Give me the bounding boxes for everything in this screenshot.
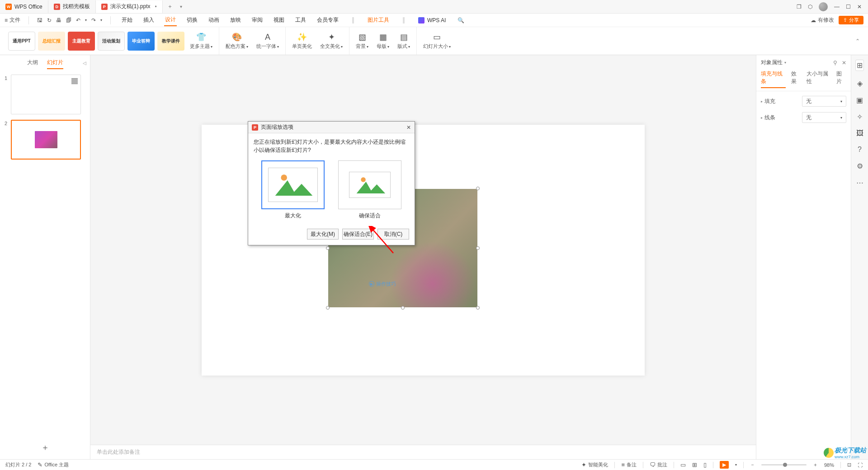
tab-current-document[interactable]: P 演示文稿(1).pptx • bbox=[96, 0, 163, 13]
cube-icon[interactable]: ⬡ bbox=[808, 4, 812, 10]
redo-button[interactable]: ↷ bbox=[91, 17, 96, 24]
sorter-view-icon[interactable]: ⊞ bbox=[692, 461, 697, 468]
maximize-button[interactable]: 最大化(M) bbox=[307, 229, 339, 240]
undo-dropdown[interactable]: ▾ bbox=[85, 18, 87, 22]
image-tool-icon[interactable]: 🖼 bbox=[856, 129, 863, 137]
fit-to-window-button[interactable]: ⊡ bbox=[847, 462, 851, 468]
color-scheme-button[interactable]: 🎨配色方案▾ bbox=[223, 30, 251, 52]
slide-thumbnail[interactable]: 1 bbox=[5, 75, 85, 114]
close-panel-icon[interactable]: ✕ bbox=[842, 60, 846, 66]
option-maximize[interactable]: 最大化 bbox=[261, 160, 325, 220]
layout-button[interactable]: ▤版式▾ bbox=[395, 30, 413, 52]
notes-input[interactable]: 单击此处添加备注 bbox=[90, 445, 756, 459]
wps-ai-button[interactable]: WPS AI bbox=[417, 14, 448, 27]
user-avatar[interactable] bbox=[819, 2, 828, 11]
properties-pane-icon[interactable]: ⊞ bbox=[855, 60, 864, 71]
tab-review[interactable]: 审阅 bbox=[251, 14, 264, 26]
slides-tab[interactable]: 幻灯片 bbox=[47, 59, 63, 69]
pin-panel-icon[interactable]: ⚲ bbox=[833, 60, 837, 66]
diamond-icon[interactable]: ◈ bbox=[857, 79, 863, 88]
resize-handle[interactable] bbox=[326, 306, 330, 310]
redo-dropdown[interactable]: ▾ bbox=[100, 18, 102, 22]
close-window-button[interactable]: ✕ bbox=[857, 4, 862, 10]
close-dialog-button[interactable]: ✕ bbox=[406, 124, 411, 131]
file-menu[interactable]: ≡ 文件 bbox=[5, 16, 20, 24]
theme-indicator[interactable]: ✎Office 主题 bbox=[38, 461, 69, 468]
full-doc-beautify-button[interactable]: ✦全文美化▾ bbox=[317, 30, 345, 52]
option-ensure-fit[interactable]: 确保适合 bbox=[338, 160, 401, 220]
slide-size-button[interactable]: ▭幻灯片大小▾ bbox=[420, 30, 453, 52]
tab-member[interactable]: 会员专享 bbox=[316, 14, 340, 26]
tab-wps-office[interactable]: W WPS Office bbox=[0, 0, 48, 13]
resize-handle[interactable] bbox=[476, 306, 480, 310]
line-select[interactable]: 无▾ bbox=[802, 112, 846, 123]
resize-handle[interactable] bbox=[401, 306, 405, 310]
tab-tools[interactable]: 工具 bbox=[294, 14, 307, 26]
copy-window-icon[interactable]: ❐ bbox=[797, 4, 802, 10]
normal-view-icon[interactable]: ▭ bbox=[680, 461, 686, 468]
theme-card-teaching[interactable]: 教学课件 bbox=[157, 32, 184, 51]
help-icon[interactable]: ? bbox=[858, 146, 862, 154]
outline-tab[interactable]: 大纲 bbox=[27, 59, 38, 69]
theme-card-subject[interactable]: 主题教育 bbox=[68, 32, 95, 51]
print-icon[interactable]: 🖶 bbox=[56, 17, 61, 24]
print-preview-icon[interactable]: 🗐 bbox=[66, 17, 71, 24]
tab-view[interactable]: 视图 bbox=[273, 14, 285, 26]
tab-design[interactable]: 设计 bbox=[164, 14, 177, 26]
tab-insert[interactable]: 插入 bbox=[142, 14, 155, 26]
comments-toggle[interactable]: 🗨批注 bbox=[650, 461, 667, 468]
fullscreen-button[interactable]: ⛶ bbox=[858, 462, 863, 468]
slide-master-button[interactable]: ▦母版▾ bbox=[374, 30, 392, 52]
undo-button[interactable]: ↶ bbox=[76, 17, 80, 24]
tab-list-dropdown[interactable]: ▾ bbox=[177, 4, 185, 9]
cloud-status-button[interactable]: ☁有修改 bbox=[811, 16, 834, 24]
more-icon[interactable]: ⋯ bbox=[856, 179, 863, 187]
single-page-beautify-button[interactable]: ✨单页美化 bbox=[289, 30, 315, 52]
tab-transition[interactable]: 切换 bbox=[186, 14, 198, 26]
theme-card-general[interactable]: 通用PPT bbox=[8, 32, 35, 51]
tab-effects[interactable]: 效果 bbox=[791, 70, 801, 88]
new-tab-button[interactable]: ＋ bbox=[163, 3, 177, 10]
tab-start[interactable]: 开始 bbox=[121, 14, 133, 26]
share-button[interactable]: ⇪分享 bbox=[839, 16, 863, 24]
collapse-left-panel-icon[interactable]: ◁ bbox=[83, 61, 86, 66]
more-themes-button[interactable]: 👕更多主题▾ bbox=[187, 30, 215, 52]
save-icon[interactable]: 🖫 bbox=[37, 17, 42, 24]
slideshow-dropdown[interactable]: ▾ bbox=[735, 463, 737, 467]
add-slide-button[interactable]: ＋ bbox=[0, 436, 90, 459]
zoom-out-button[interactable]: － bbox=[750, 461, 755, 468]
reading-view-icon[interactable]: ▯ bbox=[703, 461, 707, 468]
tab-picture[interactable]: 图片 bbox=[836, 70, 846, 88]
tab-animation[interactable]: 动画 bbox=[208, 14, 220, 26]
ensure-fit-button[interactable]: 确保适合(E) bbox=[342, 229, 374, 240]
minimize-button[interactable]: — bbox=[834, 4, 840, 10]
resize-handle[interactable] bbox=[476, 246, 480, 250]
settings-icon[interactable]: ⚙ bbox=[857, 162, 863, 170]
tab-docer-templates[interactable]: D 找稻壳模板 bbox=[48, 0, 96, 13]
tab-fill-line[interactable]: 填充与线条 bbox=[761, 70, 786, 88]
zoom-value[interactable]: 98% bbox=[824, 462, 834, 468]
collapse-ribbon-button[interactable]: ⌃ bbox=[855, 38, 860, 44]
theme-card-graduation[interactable]: 毕业答辩 bbox=[127, 32, 155, 51]
cloud-sync-icon[interactable]: ↻ bbox=[47, 17, 52, 24]
background-button[interactable]: ▧背景▾ bbox=[353, 30, 371, 52]
operation-tips-link[interactable]: ▶操作技巧 bbox=[369, 281, 396, 287]
magic-icon[interactable]: ✧ bbox=[857, 113, 863, 121]
cancel-button[interactable]: 取消(C) bbox=[377, 229, 409, 240]
resize-handle[interactable] bbox=[326, 246, 330, 250]
zoom-slider[interactable] bbox=[761, 464, 807, 465]
theme-card-activity[interactable]: 活动策划 bbox=[98, 32, 125, 51]
zoom-in-button[interactable]: ＋ bbox=[813, 461, 818, 468]
tab-slideshow[interactable]: 放映 bbox=[229, 14, 242, 26]
search-icon[interactable]: 🔍 bbox=[457, 15, 465, 25]
notes-toggle[interactable]: ≡备注 bbox=[621, 461, 637, 468]
tab-size-props[interactable]: 大小与属性 bbox=[807, 70, 831, 88]
unify-font-button[interactable]: A统一字体▾ bbox=[254, 31, 282, 52]
slide-thumbnail[interactable]: 2 bbox=[5, 120, 85, 160]
fill-select[interactable]: 无▾ bbox=[802, 96, 846, 107]
dialog-titlebar[interactable]: P 页面缩放选项 ✕ bbox=[248, 122, 415, 133]
layers-icon[interactable]: ▣ bbox=[856, 96, 863, 104]
resize-handle[interactable] bbox=[476, 187, 480, 190]
maximize-button[interactable]: ☐ bbox=[846, 4, 851, 10]
tab-image-tools[interactable]: 图片工具 bbox=[367, 14, 390, 26]
